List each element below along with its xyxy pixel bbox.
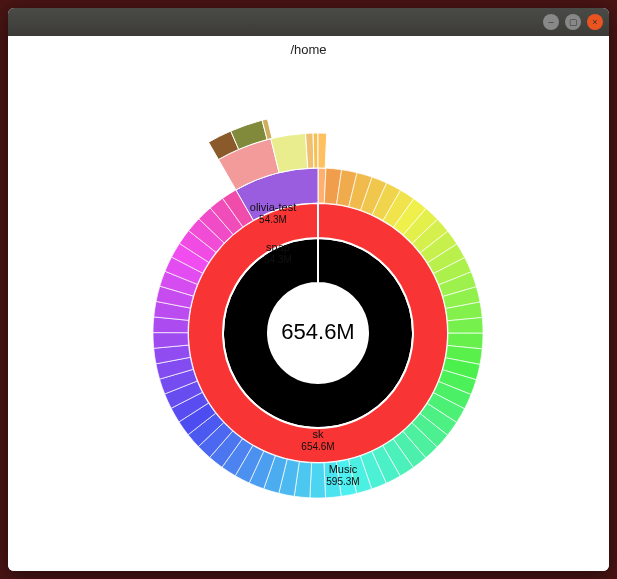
chart-segment[interactable] [318, 133, 327, 168]
label-sk: sk [313, 428, 325, 440]
close-button[interactable]: × [587, 14, 603, 30]
current-path: /home [8, 36, 609, 63]
label-sk-size: 654.6M [301, 441, 334, 452]
center-total: 654.6M [281, 319, 354, 344]
label-snap-size: 54.3M [264, 254, 292, 265]
label-olivia-test: olivia-test [250, 201, 296, 213]
chart-segment[interactable] [313, 133, 318, 168]
label-music: Music [329, 463, 358, 475]
maximize-button[interactable]: ▢ [565, 14, 581, 30]
sunburst-chart[interactable]: 654.6M sk 654.6M Music 595.3M snap 54.3M… [8, 63, 608, 571]
titlebar[interactable]: – ▢ × [8, 8, 609, 36]
label-music-size: 595.3M [326, 476, 359, 487]
content-area: /home 654.6M sk 654.6M Music 595.3M snap… [8, 36, 609, 571]
minimize-button[interactable]: – [543, 14, 559, 30]
label-snap: snap [266, 241, 290, 253]
app-window: – ▢ × /home 654.6M sk 654.6M Music 595.3… [8, 8, 609, 571]
chart-segment[interactable] [310, 463, 326, 498]
label-olivia-test-size: 54.3M [259, 214, 287, 225]
